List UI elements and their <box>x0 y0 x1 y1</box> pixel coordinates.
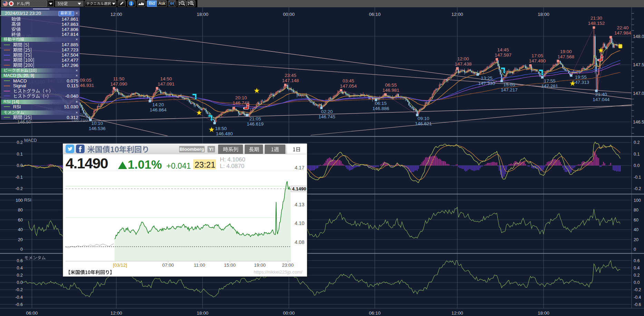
svg-text:0.2: 0.2 <box>634 273 640 278</box>
svg-text:03:45: 03:45 <box>343 78 354 83</box>
svg-text:146.981: 146.981 <box>382 88 399 93</box>
svg-text:147.5: 147.5 <box>633 62 644 67</box>
svg-text:14:20: 14:20 <box>152 102 164 107</box>
svg-text:0: 0 <box>20 247 23 252</box>
svg-text:21:05: 21:05 <box>250 116 261 121</box>
svg-text:19:00: 19:00 <box>560 49 572 54</box>
svg-text:-0.2: -0.2 <box>15 287 23 292</box>
svg-text:15:00: 15:00 <box>224 263 236 268</box>
svg-text:0.1: 0.1 <box>634 152 640 157</box>
svg-text:06:00: 06:00 <box>26 310 38 316</box>
svg-text:20: 20 <box>634 237 638 242</box>
svg-text:147.054: 147.054 <box>340 83 357 89</box>
svg-text:0: 0 <box>634 247 636 252</box>
svg-text:14:45: 14:45 <box>497 47 509 52</box>
svg-text:11:00: 11:00 <box>194 263 205 268</box>
svg-text:146.619: 146.619 <box>247 121 264 127</box>
svg-text:13:25: 13:25 <box>481 76 492 81</box>
svg-text:0.0: 0.0 <box>634 163 640 168</box>
svg-text:40: 40 <box>18 227 23 232</box>
svg-text:0.0: 0.0 <box>17 280 23 285</box>
svg-text:15:05: 15:05 <box>504 82 515 87</box>
svg-text:09:10: 09:10 <box>418 116 429 121</box>
svg-text:11:50: 11:50 <box>113 76 125 81</box>
svg-text:18:00: 18:00 <box>197 12 208 17</box>
svg-text:147.091: 147.091 <box>158 81 175 87</box>
svg-text:20:10: 20:10 <box>235 95 247 100</box>
svg-text:https://nikkei225jp.com/: https://nikkei225jp.com/ <box>254 269 302 275</box>
svg-text:146.5: 146.5 <box>633 119 644 125</box>
svg-text:0.2: 0.2 <box>17 140 23 145</box>
svg-text:4.10: 4.10 <box>295 220 304 226</box>
svg-text:18:00: 18:00 <box>538 12 549 17</box>
svg-text:21:30: 21:30 <box>591 16 602 21</box>
svg-text:146.480: 146.480 <box>216 131 233 136</box>
svg-text:09:05: 09:05 <box>80 78 91 83</box>
svg-text:-0.4: -0.4 <box>15 295 23 300</box>
svg-text:147.217: 147.217 <box>501 87 518 92</box>
svg-text:4.1490: 4.1490 <box>292 186 306 191</box>
svg-text:0.4: 0.4 <box>634 266 640 270</box>
svg-text:0.0: 0.0 <box>634 280 640 285</box>
svg-text:-0.2: -0.2 <box>634 186 641 191</box>
svg-text:12:00: 12:00 <box>451 12 463 17</box>
svg-text:10:10: 10:10 <box>91 121 103 126</box>
svg-text:40: 40 <box>634 227 638 232</box>
svg-text:14:50: 14:50 <box>160 76 172 81</box>
svg-text:[03/12]: [03/12] <box>113 263 127 268</box>
svg-text:146.864: 146.864 <box>150 107 167 112</box>
svg-text:146.886: 146.886 <box>372 106 389 111</box>
svg-text:-0.1: -0.1 <box>634 175 641 180</box>
svg-text:0.1: 0.1 <box>17 152 23 157</box>
svg-text:-0.6: -0.6 <box>634 302 641 307</box>
svg-text:12:00: 12:00 <box>451 310 463 316</box>
svg-text:21:40: 21:40 <box>595 92 607 97</box>
svg-text:147.090: 147.090 <box>110 81 127 87</box>
svg-text:-0.6: -0.6 <box>15 302 23 307</box>
svg-text:18:00: 18:00 <box>538 310 549 316</box>
svg-text:4.17: 4.17 <box>295 165 304 170</box>
svg-text:12:00: 12:00 <box>110 12 122 17</box>
svg-text:18:00: 18:00 <box>197 310 208 316</box>
svg-text:147.568: 147.568 <box>557 54 574 59</box>
svg-text:23:45: 23:45 <box>285 73 296 78</box>
svg-text:0.6: 0.6 <box>634 258 640 263</box>
svg-text:-0.2: -0.2 <box>15 186 23 191</box>
svg-text:RSI: RSI <box>24 198 31 203</box>
svg-text:4.13: 4.13 <box>295 202 304 207</box>
svg-text:147.984: 147.984 <box>614 30 631 36</box>
svg-text:12:00: 12:00 <box>110 310 122 316</box>
svg-text:18:50: 18:50 <box>215 126 227 131</box>
svg-text:147.0: 147.0 <box>633 91 644 96</box>
svg-text:23:00: 23:00 <box>282 263 294 268</box>
svg-text:146.536: 146.536 <box>89 126 106 131</box>
svg-text:147.148: 147.148 <box>282 78 299 83</box>
svg-text:MACD: MACD <box>24 138 37 143</box>
svg-text:0.2: 0.2 <box>634 140 640 145</box>
svg-text:80: 80 <box>634 208 638 213</box>
svg-text:06:55: 06:55 <box>385 82 397 88</box>
svg-text:-0.4: -0.4 <box>634 295 641 300</box>
svg-text:00:00: 00:00 <box>283 310 295 316</box>
svg-text:4.08: 4.08 <box>295 239 304 245</box>
svg-text:147.044: 147.044 <box>593 97 609 102</box>
svg-text:07:00: 07:00 <box>162 263 174 268</box>
svg-text:17:55: 17:55 <box>544 78 556 83</box>
svg-text:80: 80 <box>18 208 23 213</box>
svg-text:146.745: 146.745 <box>319 114 335 119</box>
svg-text:19:00: 19:00 <box>254 263 266 268</box>
svg-text:06:10: 06:10 <box>369 310 381 316</box>
svg-text:147.597: 147.597 <box>495 52 511 58</box>
svg-text:0.4: 0.4 <box>17 266 23 270</box>
svg-text:19:55: 19:55 <box>575 75 587 80</box>
svg-text:00:00: 00:00 <box>283 12 295 17</box>
svg-text:100: 100 <box>16 198 23 203</box>
svg-text:60: 60 <box>18 218 23 223</box>
svg-text:22:40: 22:40 <box>617 25 629 30</box>
svg-text:60: 60 <box>634 218 638 223</box>
svg-text:12:00: 12:00 <box>457 56 469 61</box>
svg-text:147.330: 147.330 <box>478 81 495 86</box>
svg-text:146.621: 146.621 <box>415 121 432 126</box>
svg-text:147.490: 147.490 <box>529 58 546 63</box>
svg-text:0.2: 0.2 <box>17 273 23 278</box>
